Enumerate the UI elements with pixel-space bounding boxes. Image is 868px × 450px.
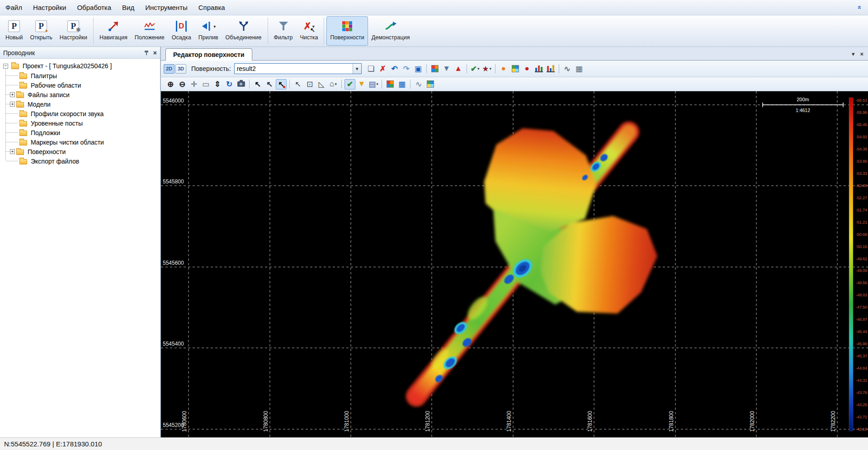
menu-settings[interactable]: Настройки (28, 2, 72, 13)
sphere-icon[interactable]: ● (522, 64, 533, 74)
edit-accept-icon[interactable]: ✔▾ (470, 64, 481, 74)
svg-text:-49.09: -49.09 (856, 268, 867, 273)
filter-funnel-icon[interactable]: ▼ (441, 64, 452, 74)
view-2d-button[interactable]: 2D (164, 64, 175, 74)
tree-item-project[interactable]: − Проект - [ Tunguska20250426 ] (0, 61, 159, 71)
measure-icon[interactable]: ▭ (200, 79, 211, 89)
surfaces-button[interactable]: Поверхности (326, 16, 368, 46)
camera-icon[interactable] (236, 79, 246, 89)
layers-icon[interactable]: ▤▾ (368, 79, 379, 89)
fit-vertical-icon[interactable]: ⇕ (212, 79, 223, 89)
combo-dropdown-icon[interactable]: ▼ (353, 64, 361, 74)
cleaning-button[interactable]: ✗ ▾ Чистка (297, 16, 322, 46)
delete-surface-icon[interactable]: ✗ (377, 64, 388, 74)
fill-cone-icon[interactable]: ▼ (356, 79, 367, 89)
new-project-icon: P (8, 20, 20, 32)
tab-close-icon[interactable]: × (860, 51, 863, 57)
expand-box-icon[interactable]: + (10, 149, 15, 154)
open-button[interactable]: P Открыть (27, 16, 56, 46)
polygon-icon[interactable]: ⌂▾ (328, 79, 339, 89)
zoom-in-icon[interactable]: ⊕ (165, 79, 176, 89)
grid-blue-icon[interactable]: ▦ (396, 79, 407, 89)
tab-list-chevron-icon[interactable]: ▾ (852, 51, 855, 57)
view-3d-button[interactable]: 3D (175, 64, 186, 74)
chevron-down-icon[interactable]: ▾ (490, 66, 492, 71)
collapse-ribbon-icon[interactable]: « (856, 5, 863, 9)
apply-check-icon[interactable]: ✔ (344, 79, 355, 89)
svg-text:-51.21: -51.21 (856, 220, 867, 225)
refresh-icon[interactable]: ↻ (224, 79, 235, 89)
close-icon[interactable]: × (153, 49, 157, 56)
svg-text:-44.31: -44.31 (856, 378, 867, 383)
settings-button[interactable]: P Настройки (56, 16, 91, 46)
new-button[interactable]: P Новый (2, 16, 27, 46)
redo-icon[interactable]: ↷ (401, 64, 412, 74)
marker-star-icon[interactable]: ★▾ (481, 64, 492, 74)
legend-table-icon[interactable] (385, 79, 396, 89)
zoom-out-icon[interactable]: ⊖ (177, 79, 188, 89)
tree-item-podlozhki[interactable]: Подложки (0, 128, 159, 137)
profile-window-icon[interactable]: ∿ (413, 79, 424, 89)
select-rect-icon[interactable]: ⊡ (304, 79, 315, 89)
menu-tools[interactable]: Инструменты (140, 2, 193, 13)
image-icon[interactable] (510, 64, 521, 74)
histogram-icon[interactable] (545, 64, 556, 74)
add-surface-icon[interactable]: ❏ (366, 64, 377, 74)
position-button[interactable]: Положение (131, 16, 168, 46)
svg-text:-53.33: -53.33 (856, 171, 867, 176)
select-slope-icon[interactable]: ◺ (316, 79, 327, 89)
map-viewport[interactable]: 5546000554580055456005545400554520017806… (161, 91, 868, 437)
surface-combobox: ▼ (234, 63, 362, 74)
contour-circle-icon[interactable]: ● (498, 64, 509, 74)
profile-chart-icon[interactable]: ∿ (562, 64, 573, 74)
tree-item-palitry[interactable]: Палитры (0, 71, 159, 80)
alert-triangle-icon[interactable]: ▲ (453, 64, 464, 74)
menu-file[interactable]: Файл (0, 2, 28, 13)
pin-icon[interactable] (144, 50, 150, 56)
expand-box-icon[interactable]: + (10, 92, 15, 97)
demo-button[interactable]: Демонстрация (368, 16, 414, 46)
save-icon[interactable]: ▣ (413, 64, 424, 74)
settings-icon: P (67, 20, 79, 32)
navigation-button[interactable]: Навигация (96, 16, 131, 46)
tide-button[interactable]: ▾ Прилив (195, 16, 222, 46)
tree-item-rabochie-oblasti[interactable]: Рабочие области (0, 80, 159, 90)
tree-item-poverkhnosti[interactable]: + Поверхности (0, 147, 159, 156)
collapse-box-icon[interactable]: − (3, 64, 8, 69)
tree-item-faily-zapisi[interactable]: + Файлы записи (0, 90, 159, 99)
chevron-down-icon[interactable]: ▾ (477, 66, 480, 71)
cursor-info-icon[interactable]: ↖ (264, 79, 275, 89)
svg-text:-42.72: -42.72 (856, 414, 867, 419)
tree-item-urovennye-posty[interactable]: Уровенные посты (0, 118, 159, 128)
menu-processing[interactable]: Обработка (71, 2, 117, 13)
chevron-down-icon[interactable]: ▾ (213, 24, 216, 29)
select-point-icon[interactable]: ↖ (292, 79, 303, 89)
svg-text:5545600: 5545600 (163, 260, 184, 266)
draft-button[interactable]: D Осадка (168, 16, 195, 46)
svg-text:-45.90: -45.90 (856, 341, 867, 346)
map-canvas[interactable]: 5546000554580055456005545400554520017806… (161, 91, 868, 437)
tree-item-markery-chistki[interactable]: Маркеры чистки области (0, 137, 159, 147)
chevron-down-icon[interactable]: ▾ (376, 82, 378, 86)
bar-chart-icon[interactable] (533, 64, 544, 74)
chevron-down-icon[interactable]: ▾ (335, 82, 337, 86)
gradient-image-icon[interactable] (425, 79, 436, 89)
palette-flag-icon[interactable] (429, 64, 440, 74)
tree-item-profili-skorosti-zvuka[interactable]: Профили скорости звука (0, 109, 159, 118)
tree-item-modeli[interactable]: + Модели (0, 99, 159, 109)
undo-icon[interactable]: ↶ (389, 64, 400, 74)
tree-item-eksport-faylov[interactable]: Экспорт файлов (0, 156, 159, 166)
merge-button[interactable]: Объединение (222, 16, 265, 46)
cursor-icon[interactable]: ↖ (252, 79, 263, 89)
tab-surface-editor[interactable]: Редактор поверхности (165, 48, 252, 61)
toolbar-separator (559, 64, 559, 73)
svg-text:1781600: 1781600 (587, 411, 593, 432)
cursor-edit-icon[interactable]: ↖ (276, 79, 287, 89)
matrix-grid-icon[interactable]: ▦ (574, 64, 585, 74)
filter-button[interactable]: Фильтр (270, 16, 297, 46)
menu-help[interactable]: Справка (193, 2, 231, 13)
surface-name-input[interactable] (235, 64, 353, 74)
menu-view[interactable]: Вид (117, 2, 140, 13)
expand-box-icon[interactable]: + (10, 102, 15, 107)
pan-hand-icon[interactable]: ✛ (189, 79, 199, 89)
